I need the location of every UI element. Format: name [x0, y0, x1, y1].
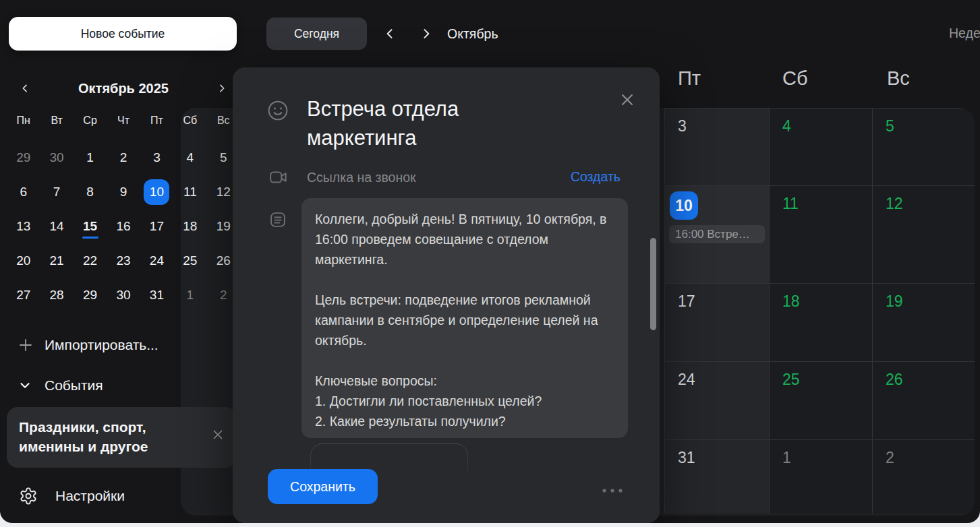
day-cell-19[interactable]: 19 — [872, 283, 975, 361]
mini-day-4[interactable]: 4 — [177, 145, 203, 170]
day-number: 19 — [886, 292, 903, 311]
mini-weekday-label: Вт — [51, 115, 62, 127]
mini-day-13[interactable]: 13 — [11, 214, 36, 239]
next-period-button[interactable] — [416, 24, 436, 44]
holidays-feed-card[interactable]: Праздники, спорт, именины и другое — [7, 407, 236, 468]
mini-day-30[interactable]: 30 — [44, 145, 69, 170]
mini-day-16[interactable]: 16 — [111, 214, 136, 239]
event-description-input[interactable]: Коллеги, добрый день! В пятницу, 10 октя… — [301, 198, 628, 438]
mini-day-10[interactable]: 10 — [144, 179, 169, 205]
selected-day-badge[interactable]: 10 — [670, 191, 698, 220]
modal-scrollbar[interactable] — [650, 238, 656, 330]
month-grid: 3451016:00 Встре…11121718192425263112 — [664, 108, 975, 516]
mini-weekday-label: Ср — [83, 115, 96, 127]
chevron-left-icon — [383, 27, 397, 40]
day-cell-10[interactable]: 1016:00 Встре… — [664, 185, 769, 283]
mini-day-6[interactable]: 6 — [11, 179, 36, 205]
today-button[interactable]: Сегодня — [266, 18, 367, 50]
event-chip[interactable]: 16:00 Встре… — [669, 225, 765, 243]
calendar-app: Новое событие Сегодня Октябрь Неделя 345… — [0, 0, 980, 523]
mini-day-29[interactable]: 29 — [78, 282, 103, 308]
mini-day-11[interactable]: 11 — [177, 179, 203, 205]
event-title-input[interactable]: Встреча отдела маркетинга — [307, 94, 556, 152]
day-cell-12[interactable]: 12 — [872, 185, 975, 283]
mini-calendar-week: 6789101112 — [7, 175, 240, 209]
day-cell-26[interactable]: 26 — [872, 361, 975, 439]
mini-day-17[interactable]: 17 — [144, 214, 169, 239]
mini-day-8[interactable]: 8 — [78, 179, 103, 205]
chevron-right-icon — [420, 27, 433, 40]
mini-day-27[interactable]: 27 — [11, 282, 36, 308]
day-cell-31[interactable]: 31 — [664, 439, 769, 514]
mini-day-31[interactable]: 31 — [144, 282, 169, 308]
mini-day-1[interactable]: 1 — [78, 145, 103, 170]
day-cell-2[interactable]: 2 — [872, 439, 975, 514]
prev-period-button[interactable] — [380, 24, 400, 44]
day-number: 2 — [886, 449, 894, 467]
day-cell-5[interactable]: 5 — [872, 108, 975, 185]
close-icon[interactable] — [210, 427, 225, 442]
mini-weekday-label: Вс — [217, 115, 230, 127]
day-cell-24[interactable]: 24 — [664, 361, 769, 439]
mini-day-23[interactable]: 23 — [111, 248, 136, 274]
mini-weekday-label: Сб — [183, 115, 197, 127]
import-label: Импортировать... — [45, 337, 158, 353]
day-number: 4 — [782, 117, 791, 135]
day-number: 3 — [678, 117, 687, 135]
mini-day-22[interactable]: 22 — [78, 248, 103, 274]
gear-icon — [19, 487, 38, 505]
holidays-feed-label: Праздники, спорт, именины и другое — [19, 417, 188, 456]
more-options-button[interactable] — [600, 484, 625, 497]
close-icon[interactable] — [618, 90, 637, 109]
current-month-label: Октябрь — [447, 26, 498, 42]
emoji-picker-icon[interactable] — [267, 100, 289, 121]
mini-day-15[interactable]: 15 — [78, 214, 103, 239]
day-cell-1[interactable]: 1 — [769, 439, 872, 514]
description-icon — [268, 210, 287, 229]
mini-day-1[interactable]: 1 — [177, 282, 203, 308]
create-call-link-button[interactable]: Создать — [571, 169, 621, 185]
mini-day-3[interactable]: 3 — [144, 145, 169, 170]
mini-calendar-title: Октябрь 2025 — [40, 81, 206, 96]
mini-day-7[interactable]: 7 — [44, 179, 69, 205]
day-number: 24 — [678, 371, 695, 389]
mini-calendar-week: 293012345 — [7, 140, 240, 175]
call-link-placeholder: Ссылка на звонок — [307, 170, 416, 185]
settings-button[interactable]: Настройки — [19, 487, 125, 505]
chevron-right-icon — [217, 83, 227, 94]
more-dots-icon — [600, 484, 625, 497]
day-number: 1 — [782, 449, 791, 467]
import-calendar-button[interactable]: Импортировать... — [18, 337, 158, 353]
save-button[interactable]: Сохранить — [268, 469, 378, 504]
event-modal: Встреча отдела маркетинга Ссылка на звон… — [233, 67, 660, 523]
view-switcher[interactable]: Неделя — [949, 26, 980, 41]
mini-day-30[interactable]: 30 — [111, 282, 136, 308]
day-cell-17[interactable]: 17 — [664, 283, 769, 361]
mini-day-29[interactable]: 29 — [11, 145, 36, 170]
mini-calendar-next-button[interactable] — [213, 80, 231, 97]
day-cell-4[interactable]: 4 — [769, 108, 872, 185]
mini-day-9[interactable]: 9 — [111, 179, 136, 205]
mini-day-28[interactable]: 28 — [44, 282, 69, 308]
day-column-header: Сб — [782, 67, 808, 90]
day-number: 17 — [678, 292, 695, 311]
mini-day-18[interactable]: 18 — [177, 214, 203, 239]
day-number: 25 — [782, 371, 800, 389]
day-cell-18[interactable]: 18 — [769, 283, 872, 361]
mini-weekday-label: Чт — [117, 115, 129, 127]
day-cell-11[interactable]: 11 — [769, 185, 872, 283]
mini-day-2[interactable]: 2 — [111, 145, 136, 170]
mini-day-14[interactable]: 14 — [44, 214, 69, 239]
day-number: 5 — [886, 117, 894, 135]
mini-weekday-label: Пн — [17, 115, 30, 127]
mini-day-20[interactable]: 20 — [11, 248, 36, 274]
mini-calendar-weekdays: ПнВтСрЧтПтСбВс — [7, 115, 240, 127]
mini-day-21[interactable]: 21 — [44, 248, 69, 274]
day-column-header: Пт — [678, 67, 701, 90]
mini-calendar-prev-button[interactable] — [16, 80, 34, 97]
day-cell-3[interactable]: 3 — [664, 108, 769, 185]
events-group-toggle[interactable]: События — [18, 377, 103, 394]
mini-day-24[interactable]: 24 — [144, 248, 169, 274]
day-cell-25[interactable]: 25 — [769, 361, 872, 439]
mini-day-25[interactable]: 25 — [177, 248, 203, 274]
